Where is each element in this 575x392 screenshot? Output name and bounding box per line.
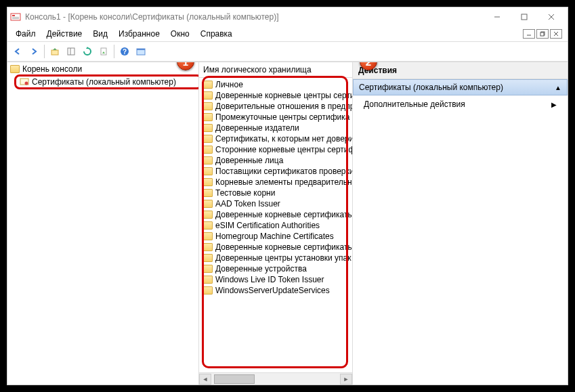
svg-rect-13 bbox=[51, 50, 58, 55]
svg-rect-5 bbox=[521, 14, 527, 20]
list-item[interactable]: Доверенные издатели bbox=[200, 123, 351, 133]
list-item[interactable]: Доверенные корневые сертификаты bbox=[200, 242, 351, 253]
folder-icon bbox=[203, 254, 213, 262]
list-column-header[interactable]: Имя логического хранилища bbox=[199, 62, 352, 78]
menu-favorites[interactable]: Избранное bbox=[113, 28, 165, 40]
refresh-button[interactable] bbox=[80, 44, 95, 59]
svg-rect-10 bbox=[540, 32, 544, 36]
folder-icon bbox=[203, 167, 213, 175]
mdi-controls bbox=[523, 29, 565, 39]
mdi-close-button[interactable] bbox=[550, 29, 562, 39]
folder-icon bbox=[203, 286, 213, 295]
mdi-minimize-button[interactable] bbox=[523, 29, 535, 39]
list-item[interactable]: Промежуточные центры сертифика bbox=[200, 112, 351, 123]
folder-icon bbox=[203, 81, 213, 89]
help-button[interactable]: ? bbox=[117, 44, 132, 59]
list-item[interactable]: Доверенные центры установки упак bbox=[200, 253, 351, 263]
horizontal-scrollbar[interactable]: ◄ ► bbox=[199, 372, 352, 385]
list-item[interactable]: Доверенные устройства bbox=[200, 263, 351, 274]
folder-icon bbox=[203, 91, 213, 100]
list-item[interactable]: Тестовые корни bbox=[200, 188, 351, 198]
maximize-button[interactable] bbox=[511, 9, 538, 24]
menubar: Файл Действие Вид Избранное Окно Справка bbox=[7, 26, 568, 41]
folder-icon bbox=[203, 178, 213, 186]
forward-button[interactable] bbox=[26, 44, 41, 59]
list-item[interactable]: Сторонние корневые центры сертиф bbox=[200, 144, 351, 155]
list-item-label: Промежуточные центры сертифика bbox=[215, 112, 349, 122]
list-item[interactable]: Личное bbox=[200, 79, 351, 90]
close-button[interactable] bbox=[538, 9, 565, 24]
list-item[interactable]: Поставщики сертификатов проверки bbox=[200, 166, 351, 177]
menu-help[interactable]: Справка bbox=[195, 28, 238, 40]
tree-certificates-node[interactable]: Сертификаты (локальный компьютер) bbox=[17, 76, 197, 88]
window-controls bbox=[484, 9, 565, 24]
actions-selected-label: Сертификаты (локальный компьютер) bbox=[359, 83, 503, 92]
list-item[interactable]: AAD Token Issuer bbox=[200, 198, 351, 209]
list-item-label: Сертификаты, к которым нет довери bbox=[215, 134, 352, 144]
folder-icon bbox=[203, 276, 213, 284]
toolbar: ? bbox=[7, 41, 568, 62]
list-item[interactable]: Доверенные корневые сертификаты bbox=[200, 209, 351, 220]
collapse-arrow-icon: ▲ bbox=[555, 84, 561, 91]
actions-header: Действия bbox=[353, 62, 568, 79]
folder-icon bbox=[203, 189, 213, 197]
list-item[interactable]: Корневые элементы предварительно bbox=[200, 177, 351, 188]
svg-text:?: ? bbox=[123, 48, 127, 56]
list-item[interactable]: eSIM Certification Authorities bbox=[200, 220, 351, 231]
list-item[interactable]: Сертификаты, к которым нет довери bbox=[200, 133, 351, 144]
menu-view[interactable]: Вид bbox=[87, 28, 113, 40]
mdi-restore-button[interactable] bbox=[536, 29, 549, 39]
actions-more-label: Дополнительные действия bbox=[364, 100, 465, 109]
folder-icon bbox=[203, 265, 213, 273]
folder-icon bbox=[203, 146, 213, 154]
scroll-thumb[interactable] bbox=[214, 374, 255, 384]
list-item[interactable]: Windows Live ID Token Issuer bbox=[200, 274, 351, 285]
actions-panel: Действия Сертификаты (локальный компьюте… bbox=[353, 62, 568, 385]
folder-icon bbox=[203, 156, 213, 165]
list-item-label: Доверительные отношения в предпр bbox=[215, 102, 352, 111]
tree-panel[interactable]: Корень консоли Сертификаты (локальный ко… bbox=[7, 62, 199, 385]
list-item-label: AAD Token Issuer bbox=[215, 199, 280, 209]
show-hide-button[interactable] bbox=[64, 44, 79, 59]
scroll-right-button[interactable]: ► bbox=[340, 374, 352, 385]
list-item[interactable]: Homegroup Machine Certificates bbox=[200, 231, 351, 242]
tree-root-node[interactable]: Корень консоли bbox=[9, 64, 197, 74]
submenu-arrow-icon: ▶ bbox=[551, 101, 557, 108]
menu-window[interactable]: Окно bbox=[165, 28, 195, 40]
export-button[interactable] bbox=[96, 44, 111, 59]
scroll-left-button[interactable]: ◄ bbox=[199, 374, 211, 385]
folder-icon bbox=[203, 124, 213, 132]
folder-icon bbox=[203, 200, 213, 208]
tree-node-label: Сертификаты (локальный компьютер) bbox=[32, 77, 176, 87]
folder-icon bbox=[203, 221, 213, 230]
menu-action[interactable]: Действие bbox=[41, 28, 88, 40]
menu-file[interactable]: Файл bbox=[10, 28, 41, 40]
tree-root-label: Корень консоли bbox=[22, 64, 82, 74]
folder-icon bbox=[203, 135, 213, 143]
window-title: Консоль1 - [Корень консоли\Сертификаты (… bbox=[25, 12, 484, 22]
list-item-label: Доверенные корневые сертификаты bbox=[215, 210, 352, 219]
list-item-label: Доверенные центры установки упак bbox=[215, 253, 352, 263]
svg-rect-20 bbox=[137, 49, 145, 50]
list-item[interactable]: WindowsServerUpdateServices bbox=[200, 285, 351, 296]
svg-rect-1 bbox=[12, 15, 15, 16]
view-button[interactable] bbox=[133, 44, 148, 59]
folder-icon bbox=[203, 243, 213, 251]
minimize-button[interactable] bbox=[484, 9, 511, 24]
actions-more-item[interactable]: Дополнительные действия ▶ bbox=[353, 95, 568, 113]
scroll-track[interactable] bbox=[211, 374, 340, 385]
list-item[interactable]: Доверительные отношения в предпр bbox=[200, 101, 351, 112]
list-panel[interactable]: Имя логического хранилища ЛичноеДоверенн… bbox=[199, 62, 353, 385]
titlebar: Консоль1 - [Корень консоли\Сертификаты (… bbox=[7, 7, 568, 26]
back-button[interactable] bbox=[10, 44, 25, 59]
list-item-label: Тестовые корни bbox=[215, 188, 275, 198]
list-item-label: Доверенные лица bbox=[215, 156, 283, 165]
actions-selected-item[interactable]: Сертификаты (локальный компьютер) ▲ bbox=[353, 79, 568, 95]
list-item[interactable]: Доверенные лица bbox=[200, 155, 351, 166]
folder-icon bbox=[203, 113, 213, 121]
folder-icon bbox=[203, 211, 213, 219]
list-item[interactable]: Доверенные корневые центры серти bbox=[200, 90, 351, 101]
list-body[interactable]: ЛичноеДоверенные корневые центры сертиДо… bbox=[199, 78, 352, 372]
up-button[interactable] bbox=[47, 44, 62, 59]
list-item-label: Доверенные издатели bbox=[215, 123, 299, 133]
